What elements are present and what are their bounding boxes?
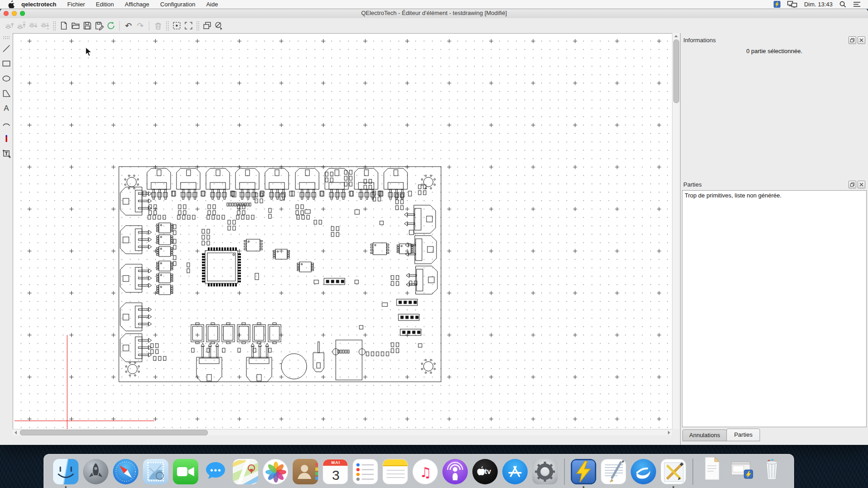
dock-item-apple-tv[interactable]: tv	[472, 456, 498, 488]
svg-text:tv: tv	[485, 468, 491, 475]
tool-line[interactable]	[1, 43, 12, 54]
toolbar-separator	[166, 21, 169, 31]
menu-Edition[interactable]: Edition	[96, 1, 114, 8]
dock-item-safari[interactable]	[113, 456, 139, 488]
menu-list-icon[interactable]	[853, 1, 861, 7]
tab-annulations[interactable]: Annulations	[682, 429, 727, 441]
dock-item-facetime[interactable]	[173, 456, 199, 488]
horizontal-scrollbar[interactable]	[13, 429, 672, 435]
toolbar-separator	[149, 21, 149, 31]
menu-bar: qelectrotechFichierEditionAffichageConfi…	[0, 0, 868, 9]
open-element-button[interactable]	[69, 20, 81, 32]
parties-list-item: Trop de primitives, liste non générée.	[682, 191, 866, 200]
scroll-up-arrow[interactable]	[674, 35, 678, 37]
dock-item-qelectrotech[interactable]	[571, 456, 597, 488]
dock-item-podcasts[interactable]	[442, 456, 468, 488]
tool-arc[interactable]	[1, 118, 12, 129]
dock: MAI3♫tv	[44, 454, 794, 488]
close-dock-button[interactable]	[858, 181, 865, 188]
lower-button	[27, 20, 39, 32]
svg-text:T: T	[5, 151, 8, 156]
tab-parties[interactable]: Parties	[726, 429, 760, 441]
menu-Configuration[interactable]: Configuration	[160, 1, 195, 8]
scroll-left-arrow[interactable]	[15, 431, 17, 434]
running-indicator	[672, 486, 674, 488]
svg-text:♫: ♫	[420, 464, 432, 480]
vertical-scrollbar[interactable]	[672, 33, 679, 435]
scroll-right-arrow[interactable]	[668, 431, 670, 434]
toolbar: ↶↷	[0, 18, 868, 33]
horizontal-scrollbar-thumb[interactable]	[20, 430, 208, 435]
element-drawing	[13, 34, 672, 429]
informations-dock: Informations 0 partie sélectionnée.	[681, 35, 868, 179]
dock-item-mail[interactable]	[143, 456, 169, 488]
dock-item-notes[interactable]	[383, 456, 408, 488]
toolbar-separator	[119, 21, 120, 31]
edit-selection-button[interactable]	[182, 20, 194, 32]
toolbar-separator	[196, 21, 199, 31]
palette-drag-handle[interactable]	[3, 36, 10, 39]
displays-icon[interactable]	[787, 1, 797, 8]
tool-polygon[interactable]	[1, 88, 12, 99]
selection-status-text: 0 partie sélectionnée.	[681, 48, 868, 54]
cascade-windows-button[interactable]	[201, 20, 213, 32]
element-canvas[interactable]	[13, 33, 672, 429]
dock-item-system-preferences[interactable]	[532, 456, 558, 488]
dock-item-messages[interactable]	[203, 456, 229, 488]
parties-list: Trop de primitives, liste non générée.	[682, 190, 867, 427]
title-bar[interactable]: QElectroTech - Éditeur d'élément - testd…	[0, 9, 868, 19]
dock-item-contacts[interactable]	[293, 456, 319, 488]
dock-item-blue-swoosh-app[interactable]	[631, 456, 657, 488]
undo-button[interactable]: ↶	[123, 20, 134, 32]
running-indicator	[583, 486, 584, 488]
vertical-scrollbar-thumb[interactable]	[673, 39, 679, 103]
dock-item-reminders[interactable]	[353, 456, 378, 488]
right-panel: Informations 0 partie sélectionnée. Part…	[680, 33, 868, 445]
reload-button[interactable]	[105, 20, 117, 32]
save-button[interactable]	[81, 20, 93, 32]
qelectrotech-window: QElectroTech - Éditeur d'élément - testd…	[0, 9, 868, 445]
dock-item-photos[interactable]	[263, 456, 289, 488]
dock-item-launchpad[interactable]	[83, 456, 109, 488]
float-dock-button[interactable]	[848, 181, 856, 188]
close-dock-button[interactable]	[858, 36, 865, 44]
menu-status: Dim. 13:43	[774, 1, 868, 8]
dock-item-minimized-document[interactable]	[699, 456, 725, 488]
dock-item-music[interactable]: ♫	[412, 456, 438, 488]
save-as-button[interactable]	[93, 20, 105, 32]
float-dock-button[interactable]	[848, 36, 856, 44]
raise-button	[4, 20, 15, 32]
menu-clock[interactable]: Dim. 13:43	[804, 1, 833, 8]
delete-button	[152, 20, 164, 32]
redo-button: ↷	[134, 20, 146, 32]
menu-Fichier[interactable]: Fichier	[67, 1, 85, 8]
dock-item-finder[interactable]	[53, 456, 79, 488]
menu-Aide[interactable]: Aide	[206, 1, 218, 8]
tool-text[interactable]: A	[1, 103, 12, 114]
dock-item-textedit[interactable]	[601, 456, 627, 488]
informations-dock-title: Informations	[683, 37, 716, 44]
menu-qelectrotech[interactable]: qelectrotech	[21, 1, 56, 8]
tool-terminal[interactable]	[1, 133, 12, 144]
dock-item-xcode[interactable]	[661, 456, 687, 488]
dock-item-trash[interactable]	[759, 456, 785, 488]
qelectrotech-menubar-icon[interactable]	[774, 1, 780, 8]
drawing-tools-palette: AT	[0, 33, 13, 445]
dock-item-maps[interactable]	[233, 456, 259, 488]
dock-item-app-store[interactable]	[502, 456, 528, 488]
dock-item-minimized-window[interactable]	[729, 456, 755, 488]
tool-ellipse[interactable]	[1, 73, 12, 84]
window-title: QElectroTech - Éditeur d'élément - testd…	[0, 10, 868, 16]
menu-Affichage[interactable]: Affichage	[125, 1, 149, 8]
tool-rectangle[interactable]	[1, 58, 12, 69]
spotlight-icon[interactable]	[839, 1, 846, 8]
element-scope-button[interactable]	[213, 20, 225, 32]
running-indicator	[65, 486, 67, 488]
new-element-button[interactable]	[58, 20, 69, 32]
panel-tabs: Annulations Parties	[682, 429, 760, 441]
tool-textfield[interactable]: T	[1, 148, 12, 159]
dock-item-calendar[interactable]: MAI3	[323, 456, 348, 488]
apple-menu-icon[interactable]	[8, 0, 15, 8]
bring-to-front-button	[15, 20, 27, 32]
edit-size-hotspot-button[interactable]	[171, 20, 182, 32]
